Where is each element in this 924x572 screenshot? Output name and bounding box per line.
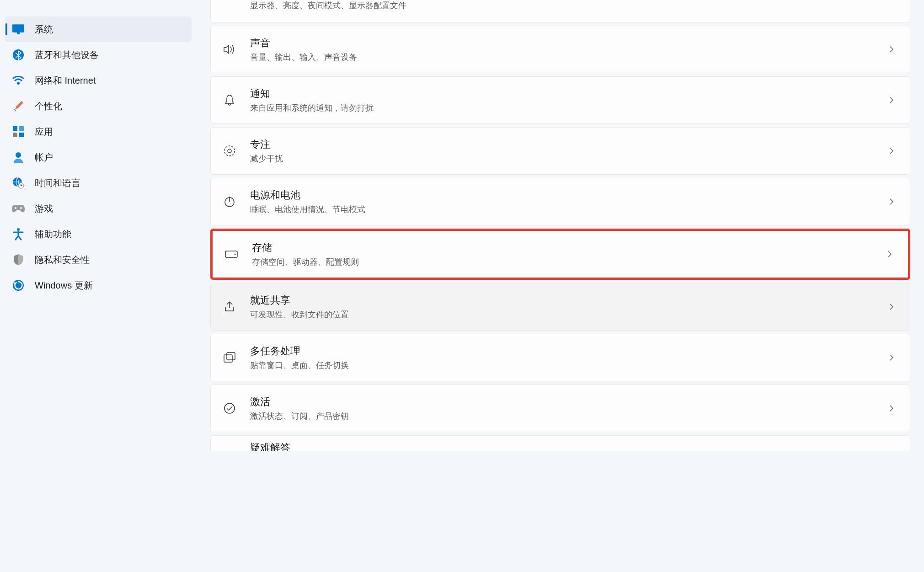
setting-desc: 音量、输出、输入、声音设备 (250, 52, 887, 63)
sidebar-item-label: 游戏 (35, 203, 53, 215)
svg-point-19 (224, 146, 235, 156)
sidebar-item-windows-update[interactable]: Windows 更新 (5, 273, 192, 298)
svg-point-15 (15, 207, 16, 209)
sound-icon (223, 43, 236, 56)
setting-desc: 可发现性、收到文件的位置 (250, 309, 887, 320)
chevron-right-icon (887, 302, 896, 311)
sidebar-item-accessibility[interactable]: 辅助功能 (5, 221, 192, 247)
setting-desc: 来自应用和系统的通知，请勿打扰 (250, 102, 887, 113)
svg-rect-2 (17, 32, 20, 34)
globe-clock-icon (12, 176, 25, 189)
chevron-right-icon (887, 96, 896, 105)
setting-item-storage[interactable]: 存储 存储空间、驱动器、配置规则 (210, 229, 910, 280)
hidden-icon (223, 442, 236, 451)
setting-desc: 激活状态、订阅、产品密钥 (250, 411, 887, 422)
accessibility-icon (12, 228, 25, 241)
setting-desc: 贴靠窗口、桌面、任务切换 (250, 360, 887, 371)
sidebar-item-label: Windows 更新 (35, 279, 93, 292)
sidebar-item-time-language[interactable]: 时间和语言 (5, 170, 192, 196)
focus-icon (223, 144, 236, 158)
person-icon (12, 151, 25, 164)
setting-title: 疑难解答 (250, 441, 898, 451)
sidebar-item-label: 系统 (35, 23, 53, 36)
setting-item-sound[interactable]: 声音 音量、输出、输入、声音设备 (210, 26, 910, 73)
sidebar-item-label: 应用 (35, 126, 53, 138)
svg-point-27 (224, 403, 235, 413)
content-area: 显示器、亮度、夜间模式、显示器配置文件 声音 音量、输出、输入、声音设备 通知 … (197, 0, 924, 572)
setting-title: 通知 (250, 87, 887, 101)
svg-rect-1 (12, 24, 24, 25)
chevron-right-icon (887, 404, 896, 413)
svg-point-24 (235, 254, 236, 255)
update-icon (12, 279, 25, 292)
svg-point-4 (17, 82, 20, 85)
svg-rect-5 (13, 126, 17, 131)
share-icon (223, 300, 236, 314)
chevron-right-icon (887, 353, 896, 362)
svg-rect-25 (224, 355, 232, 362)
setting-title: 声音 (250, 36, 887, 50)
chevron-right-icon (887, 146, 896, 155)
chevron-right-icon (887, 45, 896, 54)
setting-title: 激活 (250, 395, 887, 409)
setting-desc: 显示器、亮度、夜间模式、显示器配置文件 (250, 0, 898, 11)
setting-item-power[interactable]: 电源和电池 睡眠、电池使用情况、节电模式 (210, 178, 910, 225)
sidebar-item-bluetooth[interactable]: 蓝牙和其他设备 (5, 42, 192, 68)
setting-item-multitasking[interactable]: 多任务处理 贴靠窗口、桌面、任务切换 (210, 334, 910, 381)
sidebar-item-label: 辅助功能 (35, 228, 71, 241)
sidebar-item-personalization[interactable]: 个性化 (5, 93, 192, 119)
setting-item-focus[interactable]: 专注 减少干扰 (210, 127, 910, 175)
svg-rect-7 (13, 133, 17, 137)
multitask-icon (223, 351, 236, 364)
setting-item-notifications[interactable]: 通知 来自应用和系统的通知，请勿打扰 (210, 76, 910, 124)
monitor-icon (12, 23, 25, 36)
setting-title: 电源和电池 (250, 188, 887, 202)
setting-title: 就近共享 (250, 294, 887, 307)
apps-icon (12, 125, 25, 138)
setting-item-nearby-share[interactable]: 就近共享 可发现性、收到文件的位置 (210, 283, 910, 331)
sidebar-item-label: 隐私和安全性 (35, 254, 90, 266)
shield-icon (12, 253, 25, 266)
check-circle-icon (223, 401, 236, 415)
storage-icon (224, 247, 238, 261)
sidebar-item-label: 个性化 (35, 100, 62, 112)
sidebar-item-apps[interactable]: 应用 (5, 119, 192, 144)
sidebar-item-label: 蓝牙和其他设备 (35, 49, 99, 61)
sidebar-item-privacy[interactable]: 隐私和安全性 (5, 247, 192, 273)
svg-rect-8 (19, 133, 24, 137)
svg-rect-0 (12, 24, 24, 32)
wifi-icon (12, 74, 25, 87)
svg-rect-6 (19, 126, 24, 131)
svg-point-9 (16, 152, 21, 158)
chevron-right-icon (885, 250, 894, 259)
sidebar-item-system[interactable]: 系统 (5, 16, 192, 42)
svg-point-20 (228, 149, 231, 153)
setting-title: 专注 (250, 138, 887, 151)
sidebar-item-label: 网络和 Internet (35, 75, 96, 87)
setting-item-troubleshoot-partial[interactable]: 疑难解答 (210, 435, 910, 451)
svg-rect-26 (227, 353, 235, 360)
sidebar: 系统 蓝牙和其他设备 网络和 Internet 个性化 应用 帐户 时间和语 (0, 0, 197, 572)
chevron-right-icon (887, 197, 896, 206)
setting-item-display-partial[interactable]: 显示器、亮度、夜间模式、显示器配置文件 (210, 0, 910, 22)
svg-point-17 (17, 228, 20, 231)
gamepad-icon (12, 202, 25, 215)
sidebar-item-network[interactable]: 网络和 Internet (5, 68, 192, 93)
sidebar-item-gaming[interactable]: 游戏 (5, 196, 192, 221)
sidebar-item-account[interactable]: 帐户 (5, 144, 192, 170)
setting-desc: 存储空间、驱动器、配置规则 (252, 257, 885, 267)
svg-point-16 (20, 207, 22, 209)
sidebar-item-label: 帐户 (35, 151, 53, 164)
bell-icon (223, 93, 236, 107)
setting-item-activation[interactable]: 激活 激活状态、订阅、产品密钥 (210, 385, 910, 432)
bluetooth-icon (12, 48, 25, 61)
sidebar-item-label: 时间和语言 (35, 177, 80, 189)
setting-desc: 减少干扰 (250, 153, 887, 164)
setting-title: 多任务处理 (250, 344, 887, 358)
brush-icon (12, 100, 25, 112)
setting-title: 存储 (252, 241, 885, 255)
power-icon (223, 195, 236, 208)
setting-desc: 睡眠、电池使用情况、节电模式 (250, 204, 887, 215)
